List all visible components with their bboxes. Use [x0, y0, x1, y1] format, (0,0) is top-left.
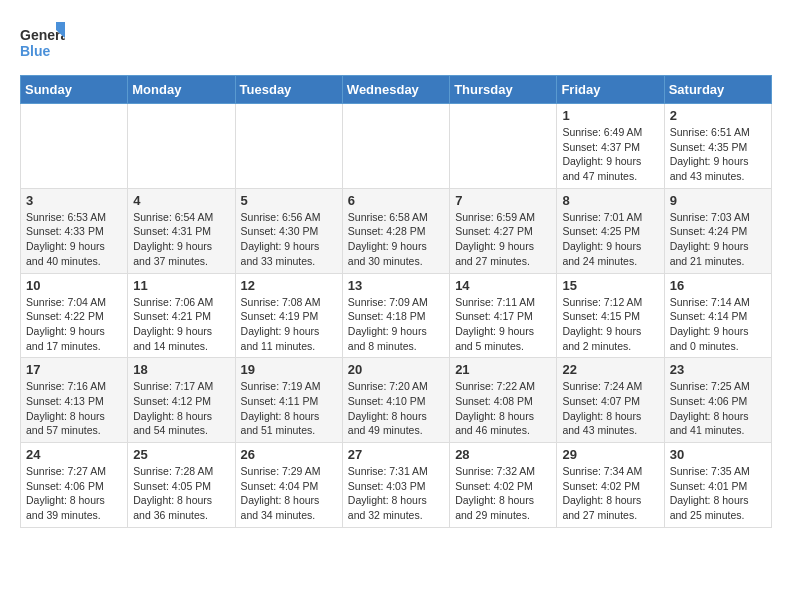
day-number: 3 [26, 193, 122, 208]
day-number: 1 [562, 108, 658, 123]
day-info: Sunrise: 7:27 AM Sunset: 4:06 PM Dayligh… [26, 464, 122, 523]
day-number: 25 [133, 447, 229, 462]
day-cell: 28Sunrise: 7:32 AM Sunset: 4:02 PM Dayli… [450, 443, 557, 528]
day-info: Sunrise: 7:25 AM Sunset: 4:06 PM Dayligh… [670, 379, 766, 438]
day-number: 9 [670, 193, 766, 208]
day-info: Sunrise: 6:54 AM Sunset: 4:31 PM Dayligh… [133, 210, 229, 269]
day-number: 21 [455, 362, 551, 377]
weekday-header-saturday: Saturday [664, 76, 771, 104]
day-info: Sunrise: 6:59 AM Sunset: 4:27 PM Dayligh… [455, 210, 551, 269]
day-cell: 4Sunrise: 6:54 AM Sunset: 4:31 PM Daylig… [128, 188, 235, 273]
day-info: Sunrise: 7:16 AM Sunset: 4:13 PM Dayligh… [26, 379, 122, 438]
weekday-header-thursday: Thursday [450, 76, 557, 104]
day-cell [21, 104, 128, 189]
day-number: 30 [670, 447, 766, 462]
day-info: Sunrise: 7:08 AM Sunset: 4:19 PM Dayligh… [241, 295, 337, 354]
day-number: 23 [670, 362, 766, 377]
day-cell: 25Sunrise: 7:28 AM Sunset: 4:05 PM Dayli… [128, 443, 235, 528]
day-cell: 19Sunrise: 7:19 AM Sunset: 4:11 PM Dayli… [235, 358, 342, 443]
day-number: 29 [562, 447, 658, 462]
day-cell: 15Sunrise: 7:12 AM Sunset: 4:15 PM Dayli… [557, 273, 664, 358]
day-number: 15 [562, 278, 658, 293]
day-cell: 29Sunrise: 7:34 AM Sunset: 4:02 PM Dayli… [557, 443, 664, 528]
week-row-2: 3Sunrise: 6:53 AM Sunset: 4:33 PM Daylig… [21, 188, 772, 273]
day-info: Sunrise: 6:51 AM Sunset: 4:35 PM Dayligh… [670, 125, 766, 184]
logo: GeneralBlue [20, 20, 65, 65]
day-cell: 20Sunrise: 7:20 AM Sunset: 4:10 PM Dayli… [342, 358, 449, 443]
day-info: Sunrise: 7:34 AM Sunset: 4:02 PM Dayligh… [562, 464, 658, 523]
day-number: 7 [455, 193, 551, 208]
day-number: 6 [348, 193, 444, 208]
day-cell: 3Sunrise: 6:53 AM Sunset: 4:33 PM Daylig… [21, 188, 128, 273]
day-cell: 2Sunrise: 6:51 AM Sunset: 4:35 PM Daylig… [664, 104, 771, 189]
week-row-3: 10Sunrise: 7:04 AM Sunset: 4:22 PM Dayli… [21, 273, 772, 358]
day-info: Sunrise: 7:11 AM Sunset: 4:17 PM Dayligh… [455, 295, 551, 354]
day-cell: 10Sunrise: 7:04 AM Sunset: 4:22 PM Dayli… [21, 273, 128, 358]
day-number: 11 [133, 278, 229, 293]
day-number: 4 [133, 193, 229, 208]
day-info: Sunrise: 7:31 AM Sunset: 4:03 PM Dayligh… [348, 464, 444, 523]
day-number: 27 [348, 447, 444, 462]
day-number: 5 [241, 193, 337, 208]
day-info: Sunrise: 7:20 AM Sunset: 4:10 PM Dayligh… [348, 379, 444, 438]
day-number: 28 [455, 447, 551, 462]
day-cell: 18Sunrise: 7:17 AM Sunset: 4:12 PM Dayli… [128, 358, 235, 443]
week-row-1: 1Sunrise: 6:49 AM Sunset: 4:37 PM Daylig… [21, 104, 772, 189]
day-info: Sunrise: 7:22 AM Sunset: 4:08 PM Dayligh… [455, 379, 551, 438]
day-cell: 1Sunrise: 6:49 AM Sunset: 4:37 PM Daylig… [557, 104, 664, 189]
day-number: 14 [455, 278, 551, 293]
day-cell: 14Sunrise: 7:11 AM Sunset: 4:17 PM Dayli… [450, 273, 557, 358]
day-number: 19 [241, 362, 337, 377]
day-info: Sunrise: 6:49 AM Sunset: 4:37 PM Dayligh… [562, 125, 658, 184]
day-info: Sunrise: 7:24 AM Sunset: 4:07 PM Dayligh… [562, 379, 658, 438]
day-info: Sunrise: 7:04 AM Sunset: 4:22 PM Dayligh… [26, 295, 122, 354]
day-cell: 30Sunrise: 7:35 AM Sunset: 4:01 PM Dayli… [664, 443, 771, 528]
day-cell: 11Sunrise: 7:06 AM Sunset: 4:21 PM Dayli… [128, 273, 235, 358]
day-info: Sunrise: 6:53 AM Sunset: 4:33 PM Dayligh… [26, 210, 122, 269]
day-info: Sunrise: 7:06 AM Sunset: 4:21 PM Dayligh… [133, 295, 229, 354]
day-number: 22 [562, 362, 658, 377]
day-info: Sunrise: 7:19 AM Sunset: 4:11 PM Dayligh… [241, 379, 337, 438]
day-info: Sunrise: 7:32 AM Sunset: 4:02 PM Dayligh… [455, 464, 551, 523]
day-info: Sunrise: 6:58 AM Sunset: 4:28 PM Dayligh… [348, 210, 444, 269]
day-number: 26 [241, 447, 337, 462]
day-cell [450, 104, 557, 189]
day-cell [128, 104, 235, 189]
weekday-header-tuesday: Tuesday [235, 76, 342, 104]
day-cell: 24Sunrise: 7:27 AM Sunset: 4:06 PM Dayli… [21, 443, 128, 528]
day-cell: 21Sunrise: 7:22 AM Sunset: 4:08 PM Dayli… [450, 358, 557, 443]
day-cell: 9Sunrise: 7:03 AM Sunset: 4:24 PM Daylig… [664, 188, 771, 273]
day-info: Sunrise: 7:35 AM Sunset: 4:01 PM Dayligh… [670, 464, 766, 523]
day-cell: 8Sunrise: 7:01 AM Sunset: 4:25 PM Daylig… [557, 188, 664, 273]
day-info: Sunrise: 6:56 AM Sunset: 4:30 PM Dayligh… [241, 210, 337, 269]
day-cell: 27Sunrise: 7:31 AM Sunset: 4:03 PM Dayli… [342, 443, 449, 528]
day-info: Sunrise: 7:03 AM Sunset: 4:24 PM Dayligh… [670, 210, 766, 269]
week-row-5: 24Sunrise: 7:27 AM Sunset: 4:06 PM Dayli… [21, 443, 772, 528]
day-number: 20 [348, 362, 444, 377]
day-info: Sunrise: 7:17 AM Sunset: 4:12 PM Dayligh… [133, 379, 229, 438]
day-number: 17 [26, 362, 122, 377]
weekday-header-monday: Monday [128, 76, 235, 104]
day-cell: 5Sunrise: 6:56 AM Sunset: 4:30 PM Daylig… [235, 188, 342, 273]
day-number: 24 [26, 447, 122, 462]
day-cell: 7Sunrise: 6:59 AM Sunset: 4:27 PM Daylig… [450, 188, 557, 273]
day-info: Sunrise: 7:09 AM Sunset: 4:18 PM Dayligh… [348, 295, 444, 354]
day-cell: 13Sunrise: 7:09 AM Sunset: 4:18 PM Dayli… [342, 273, 449, 358]
day-info: Sunrise: 7:12 AM Sunset: 4:15 PM Dayligh… [562, 295, 658, 354]
day-number: 10 [26, 278, 122, 293]
day-info: Sunrise: 7:29 AM Sunset: 4:04 PM Dayligh… [241, 464, 337, 523]
day-number: 13 [348, 278, 444, 293]
weekday-header-row: SundayMondayTuesdayWednesdayThursdayFrid… [21, 76, 772, 104]
day-cell [235, 104, 342, 189]
weekday-header-sunday: Sunday [21, 76, 128, 104]
day-info: Sunrise: 7:01 AM Sunset: 4:25 PM Dayligh… [562, 210, 658, 269]
day-number: 8 [562, 193, 658, 208]
header: GeneralBlue [20, 20, 772, 65]
calendar: SundayMondayTuesdayWednesdayThursdayFrid… [20, 75, 772, 528]
day-cell: 23Sunrise: 7:25 AM Sunset: 4:06 PM Dayli… [664, 358, 771, 443]
day-number: 2 [670, 108, 766, 123]
day-cell: 6Sunrise: 6:58 AM Sunset: 4:28 PM Daylig… [342, 188, 449, 273]
day-info: Sunrise: 7:14 AM Sunset: 4:14 PM Dayligh… [670, 295, 766, 354]
day-cell: 16Sunrise: 7:14 AM Sunset: 4:14 PM Dayli… [664, 273, 771, 358]
day-number: 12 [241, 278, 337, 293]
